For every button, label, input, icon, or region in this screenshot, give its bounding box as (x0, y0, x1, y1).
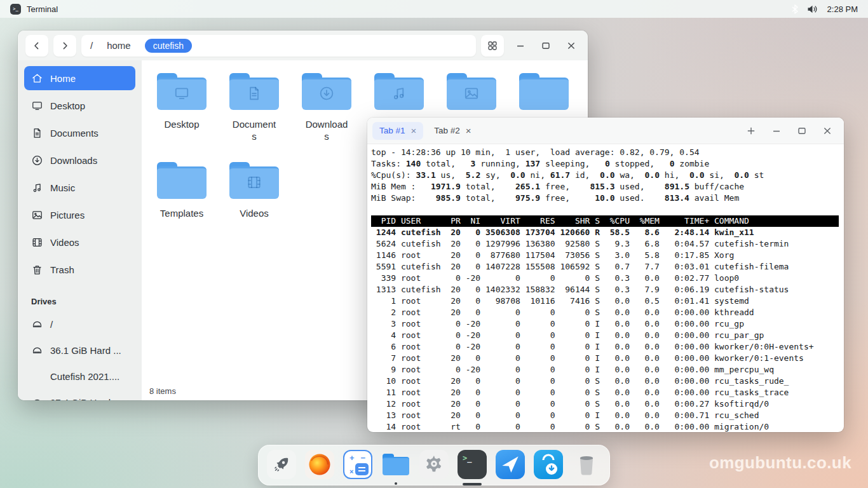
process-row: 1244 cutefish 20 0 3506308 173704 120660… (371, 227, 839, 238)
home-icon (31, 72, 43, 85)
fm-titlebar[interactable]: / home cutefish (18, 30, 588, 60)
folder-item-videos[interactable]: Videos (229, 157, 279, 246)
music-icon (391, 85, 407, 104)
terminal-tabs: Tab #1×Tab #2× (372, 122, 478, 140)
drive-item-36-1-gib-hard[interactable]: 36.1 GiB Hard ... (24, 337, 135, 363)
term-minimize-button[interactable] (771, 126, 782, 136)
fm-minimize-button[interactable] (515, 41, 526, 51)
running-indicator-dot (395, 482, 397, 485)
process-row: 7 root 20 0 0 0 0 I 0.0 0.0 0:00.00 kwor… (371, 353, 839, 364)
app-store-icon[interactable] (534, 450, 563, 479)
sidebar-item-documents[interactable]: Documents (24, 121, 135, 145)
top-summary-line: top - 14:28:36 up 10 min, 1 user, load a… (371, 147, 839, 158)
sidebar-item-music[interactable]: Music (24, 175, 135, 200)
view-toggle-button[interactable] (481, 35, 504, 57)
breadcrumb-root[interactable]: / (90, 40, 93, 51)
trash-icon[interactable] (572, 450, 601, 479)
term-close-button[interactable] (822, 126, 832, 136)
drive-item-cutefish-2021[interactable]: Cutefish 2021.... (24, 363, 135, 390)
dock: +−× >_ (258, 445, 610, 485)
process-row: 3 root 0 -20 0 0 0 I 0.0 0.0 0:00.00 rcu… (371, 318, 839, 330)
settings-icon[interactable] (419, 450, 449, 479)
topbar: >_ Terminal 2:28 PM (0, 0, 868, 18)
process-row: 1 root 20 0 98708 10116 7416 S 0.0 0.5 0… (371, 295, 839, 307)
clock[interactable]: 2:28 PM (827, 4, 858, 14)
folder-item-downloads[interactable]: Downloads (302, 68, 351, 157)
process-row: 10 root 20 0 0 0 0 S 0.0 0.0 0:00.00 rcu… (371, 376, 839, 387)
top-table-header: PID USER PR NI VIRT RES SHR S %CPU %MEM … (371, 215, 839, 227)
folder-icon (374, 73, 424, 110)
volume-icon[interactable] (807, 4, 818, 14)
active-app: >_ Terminal (10, 4, 58, 15)
folder-icon (519, 73, 569, 110)
items-count: 8 items (149, 386, 176, 396)
process-row: 11 root 20 0 0 0 0 S 0.0 0.0 0:00.00 rcu… (371, 387, 839, 398)
folder-item-documents[interactable]: Documents (229, 68, 279, 157)
document-icon (246, 85, 262, 104)
terminal-output[interactable]: top - 14:28:36 up 10 min, 1 user, load a… (367, 144, 844, 432)
drive-item-27-4-gib-hard[interactable]: 27.4 GiB Hard (24, 390, 135, 400)
process-row: 2 root 20 0 0 0 0 S 0.0 0.0 0:00.00 kthr… (371, 307, 839, 318)
terminal-app-icon: >_ (10, 4, 21, 15)
fm-maximize-button[interactable] (541, 41, 551, 51)
sidebar-item-home[interactable]: Home (24, 66, 135, 90)
process-row: 1313 cutefish 20 0 1402332 158832 96144 … (371, 284, 839, 295)
drive-item-[interactable]: / (24, 311, 135, 337)
fm-close-button[interactable] (566, 41, 576, 51)
sidebar-item-videos[interactable]: Videos (24, 230, 135, 254)
watermark: omgubuntu.co.uk (709, 453, 851, 473)
process-row: 13 root 20 0 0 0 0 I 0.0 0.0 0:00.71 rcu… (371, 410, 839, 421)
terminal-tab-2[interactable]: Tab #2× (427, 122, 478, 140)
drive-icon (31, 318, 43, 331)
download-icon (31, 154, 43, 166)
folder-icon (447, 73, 496, 110)
process-row: 6 root 0 -20 0 0 0 I 0.0 0.0 0:00.00 kwo… (371, 341, 839, 353)
back-button[interactable] (25, 35, 48, 57)
bluetooth-icon[interactable] (792, 4, 798, 14)
terminal-tab-1[interactable]: Tab #1× (372, 122, 423, 140)
folder-item-desktop[interactable]: Desktop (157, 68, 207, 157)
terminal-icon[interactable]: >_ (458, 450, 487, 479)
process-row: 12 root 20 0 0 0 0 S 0.0 0.0 0:00.27 kso… (371, 398, 839, 410)
tab-close-icon[interactable]: × (466, 126, 471, 135)
trash-icon (31, 263, 43, 276)
picture-icon (463, 85, 480, 104)
monitor-icon (173, 85, 190, 104)
cutefish-kite-icon[interactable] (496, 450, 525, 479)
monitor-icon (31, 99, 43, 112)
breadcrumb[interactable]: / home cutefish (81, 35, 476, 57)
active-app-title: Terminal (27, 4, 58, 14)
video-icon (246, 174, 262, 193)
sidebar-item-pictures[interactable]: Pictures (24, 203, 135, 227)
sidebar-item-downloads[interactable]: Downloads (24, 148, 135, 172)
active-indicator-bar (463, 483, 482, 485)
forward-button[interactable] (53, 35, 76, 57)
drive-icon (31, 344, 43, 357)
top-summary-line: MiB Swap: 985.9 total, 975.9 free, 10.0 … (371, 193, 839, 204)
music-icon (31, 181, 43, 194)
folder-item-templates[interactable]: Templates (157, 157, 207, 246)
breadcrumb-current[interactable]: cutefish (145, 39, 192, 53)
breadcrumb-parent[interactable]: home (107, 40, 131, 51)
document-icon (31, 126, 43, 139)
terminal-titlebar[interactable]: Tab #1×Tab #2× (367, 118, 844, 144)
fm-sidebar: HomeDesktopDocumentsDownloadsMusicPictur… (18, 60, 142, 400)
new-tab-button[interactable] (746, 126, 756, 136)
term-maximize-button[interactable] (797, 126, 807, 136)
process-row: 14 root rt 0 0 0 0 S 0.0 0.0 0:00.00 mig… (371, 421, 839, 432)
download-icon (318, 85, 335, 104)
folder-icon (157, 162, 207, 199)
folder-icon (229, 73, 279, 110)
firefox-icon[interactable] (305, 450, 334, 479)
video-icon (31, 236, 43, 248)
process-row: 1146 root 20 0 877680 117504 73056 S 3.0… (371, 250, 839, 261)
sidebar-item-desktop[interactable]: Desktop (24, 93, 135, 118)
sidebar-item-trash[interactable]: Trash (24, 257, 135, 281)
desktop: >_ Terminal 2:28 PM / home cutefish (0, 0, 868, 488)
tab-close-icon[interactable]: × (411, 126, 417, 135)
calculator-icon[interactable]: +−× (343, 450, 372, 479)
launcher-icon[interactable] (267, 450, 296, 479)
file-manager-icon[interactable] (381, 450, 410, 479)
process-row: 5624 cutefish 20 0 1297996 136380 92580 … (371, 238, 839, 250)
top-summary-line: %Cpu(s): 33.1 us, 5.2 sy, 0.0 ni, 61.7 i… (371, 170, 839, 181)
